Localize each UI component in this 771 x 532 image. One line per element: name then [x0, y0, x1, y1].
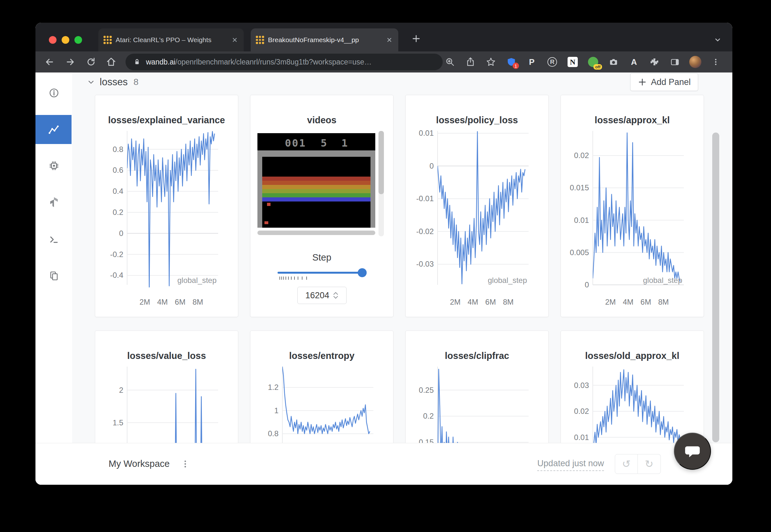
- extension-r-icon[interactable]: R: [546, 56, 559, 68]
- extension-letter: R: [547, 57, 557, 67]
- chevron-up-icon: [333, 292, 338, 295]
- panel-losses-old-approx-kl[interactable]: losses/old_approx_kl 0.030.020.012M4M6M8…: [561, 331, 704, 443]
- extension-p-icon[interactable]: P: [525, 56, 538, 68]
- content-scrollbar[interactable]: [712, 133, 719, 442]
- back-button[interactable]: [42, 55, 57, 69]
- extension-letter: P: [529, 57, 534, 67]
- video-vertical-scrollbar[interactable]: [378, 131, 384, 236]
- tab-title: BreakoutNoFrameskip-v4__pp: [268, 36, 382, 44]
- svg-text:0.01: 0.01: [574, 216, 589, 224]
- url-bar[interactable]: wandb.ai/openrlbenchmark/cleanrl/runs/3m…: [126, 54, 443, 70]
- extension-password-manager-icon[interactable]: 1: [505, 56, 518, 68]
- panel-losses-clipfrac[interactable]: losses/clipfrac 0.250.20.150.12M4M6M8Mgl…: [405, 331, 549, 443]
- video-horizontal-scrollbar[interactable]: [257, 231, 375, 235]
- profile-avatar[interactable]: [689, 56, 702, 68]
- svg-text:0: 0: [430, 162, 434, 170]
- svg-text:2M: 2M: [605, 298, 616, 306]
- svg-text:6M: 6M: [175, 298, 185, 306]
- macos-close-button[interactable]: [49, 36, 57, 44]
- sidebar-item-files[interactable]: [35, 266, 72, 286]
- workspace-menu-kebab-button[interactable]: [180, 458, 191, 470]
- macos-zoom-button[interactable]: [74, 36, 82, 44]
- slider-tick-mark: [302, 277, 302, 280]
- sidebar-item-model[interactable]: [35, 192, 72, 212]
- share-button[interactable]: [464, 56, 477, 68]
- support-chat-button[interactable]: [674, 433, 711, 470]
- slider-tick-mark: [281, 277, 282, 280]
- extension-grammar-icon[interactable]: A: [628, 56, 640, 68]
- svg-text:2: 2: [119, 386, 123, 394]
- section-header-losses[interactable]: losses 8: [86, 75, 138, 89]
- side-panel-button[interactable]: [668, 56, 681, 68]
- panel-losses-approx-kl[interactable]: losses/approx_kl 0.020.0150.010.00502M4M…: [561, 95, 704, 317]
- tab-search-chevron-icon[interactable]: [711, 33, 725, 47]
- macos-minimize-button[interactable]: [62, 36, 69, 44]
- breakout-top-wall: [257, 150, 375, 157]
- breakout-brick-row: [262, 185, 370, 189]
- extension-adblock-icon[interactable]: off: [587, 56, 599, 68]
- panel-losses-value-loss[interactable]: losses/value_loss 21.510.52M4M6M8Mglobal…: [95, 331, 238, 443]
- new-tab-button[interactable]: [408, 31, 424, 46]
- files-icon: [48, 270, 60, 282]
- undo-button[interactable]: ↺: [615, 454, 638, 474]
- panel-losses-explained-variance[interactable]: losses/explained_variance 0.80.60.40.20-…: [95, 95, 238, 317]
- sidebar-item-logs[interactable]: [35, 229, 72, 250]
- svg-text:8M: 8M: [503, 298, 514, 306]
- redo-button[interactable]: ↻: [638, 454, 661, 474]
- line-chart: 21.510.52M4M6M8Mglobal_step: [95, 331, 239, 443]
- bookmark-star-button[interactable]: [485, 56, 497, 68]
- tab-breakout-run[interactable]: BreakoutNoFrameskip-v4__pp: [251, 28, 398, 51]
- stepper-arrows[interactable]: [333, 292, 338, 299]
- extension-notion-icon[interactable]: N: [566, 56, 579, 68]
- atari-breakout-video-frame[interactable]: 001 5 1: [257, 133, 375, 228]
- browser-menu-kebab-button[interactable]: [709, 56, 722, 68]
- svg-text:6M: 6M: [485, 298, 496, 306]
- panel-videos[interactable]: videos 001 5 1: [250, 95, 393, 317]
- home-button[interactable]: [104, 55, 118, 69]
- chevron-down-icon: [86, 77, 96, 87]
- step-slider-thumb[interactable]: [358, 268, 367, 277]
- svg-text:0.4: 0.4: [113, 187, 123, 195]
- run-sidebar: [35, 72, 72, 443]
- zoom-button[interactable]: [444, 56, 456, 68]
- panel-title: losses/value_loss: [95, 351, 238, 361]
- step-value: 16204: [305, 291, 329, 300]
- add-panel-button[interactable]: Add Panel: [630, 73, 698, 91]
- slider-tick-mark: [283, 277, 284, 280]
- svg-text:-0.02: -0.02: [416, 227, 434, 236]
- forward-button[interactable]: [63, 55, 77, 69]
- svg-text:8M: 8M: [193, 298, 203, 306]
- game-lives: 5: [321, 137, 328, 149]
- sidebar-item-charts[interactable]: [35, 115, 72, 144]
- workspace-title: My Workspace: [109, 459, 170, 469]
- panel-losses-entropy[interactable]: losses/entropy 1.210.80.62M4M6M8Mglobal_…: [250, 331, 393, 443]
- panel-losses-policy-loss[interactable]: losses/policy_loss 0.010-0.01-0.02-0.032…: [405, 95, 549, 317]
- svg-text:4M: 4M: [157, 298, 168, 306]
- step-slider[interactable]: [278, 271, 366, 275]
- svg-text:0.6: 0.6: [113, 166, 123, 174]
- svg-text:global_step: global_step: [643, 276, 682, 285]
- chevron-down-icon: [333, 296, 338, 299]
- tab-close-icon[interactable]: [385, 36, 393, 44]
- reload-button[interactable]: [84, 55, 98, 69]
- svg-text:-0.4: -0.4: [110, 271, 123, 279]
- extension-camera-icon[interactable]: [607, 56, 620, 68]
- extensions-puzzle-button[interactable]: [648, 56, 661, 68]
- tab-atari-cleanrl[interactable]: Atari: CleanRL's PPO – Weights: [98, 28, 244, 51]
- chat-bubble-icon: [683, 442, 701, 460]
- breakout-ball: [267, 203, 271, 206]
- step-input[interactable]: 16204: [297, 287, 347, 304]
- breakout-brick-row: [262, 177, 370, 181]
- sidebar-item-overview[interactable]: [35, 83, 72, 103]
- sidebar-item-system[interactable]: [35, 156, 72, 176]
- plus-icon: [637, 77, 647, 87]
- section-label: losses: [100, 76, 128, 88]
- avatar-image: [689, 56, 701, 68]
- svg-text:1.5: 1.5: [113, 418, 123, 427]
- line-chart: 0.030.020.012M4M6M8Mglobal_step: [561, 331, 704, 443]
- lock-icon: [133, 57, 141, 66]
- svg-text:2M: 2M: [140, 298, 150, 306]
- tab-close-icon[interactable]: [231, 36, 239, 44]
- svg-text:2M: 2M: [450, 298, 461, 306]
- screen-background: Atari: CleanRL's PPO – Weights BreakoutN…: [0, 0, 771, 532]
